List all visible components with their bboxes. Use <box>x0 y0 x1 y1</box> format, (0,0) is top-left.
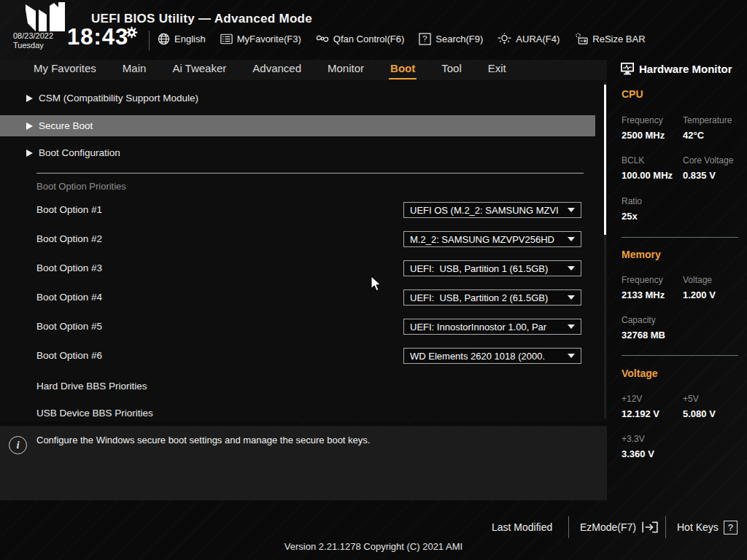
fan-icon <box>316 33 329 44</box>
boot-option-3-row: Boot Option #3 UEFI: USB, Partition 1 (6… <box>0 260 595 276</box>
menu-item-boot-configuration[interactable]: Boot Configuration <box>0 143 595 163</box>
qfan-label: Qfan Control(F6) <box>333 34 405 44</box>
boot-option-6-label: Boot Option #6 <box>36 348 102 364</box>
boot-option-1-value: UEFI OS (M.2_2: SAMSUNG MZVI <box>404 205 568 216</box>
boot-option-5-row: Boot Option #5 UEFI: InnostorInnostor 1.… <box>0 319 595 335</box>
boot-option-4-row: Boot Option #4 UEFI: USB, Partition 2 (6… <box>0 289 595 306</box>
chevron-down-icon <box>568 324 575 329</box>
menu-item-label: Boot Configuration <box>39 147 120 158</box>
boot-option-6-row: Boot Option #6 WD Elements 2620 1018 (20… <box>0 348 595 364</box>
date-display: 08/23/2022 Tuesday <box>13 31 53 50</box>
myfavorite-button[interactable]: MyFavorite(F3) <box>220 34 301 44</box>
chevron-down-icon <box>568 208 575 212</box>
menu-item-secure-boot[interactable]: Secure Boot <box>0 115 595 136</box>
menu-item-csm[interactable]: CSM (Compatibility Support Module) <box>0 88 595 108</box>
header: UEFI BIOS Utility — Advanced Mode 08/23/… <box>0 0 747 57</box>
voltage-12v: +12V 12.192 V <box>622 394 684 419</box>
chevron-down-icon <box>568 266 575 271</box>
tab-monitor[interactable]: Monitor <box>326 60 365 78</box>
scrollbar-thumb[interactable] <box>604 85 606 235</box>
date-text: 08/23/2022 <box>13 31 53 41</box>
boot-option-1-select[interactable]: UEFI OS (M.2_2: SAMSUNG MZVI <box>403 202 581 218</box>
menu-item-label: Secure Boot <box>39 120 93 131</box>
cpu-temperature: Temperature 42°C <box>683 115 746 141</box>
resize-bar-icon <box>574 32 588 45</box>
tab-tool[interactable]: Tool <box>440 60 463 78</box>
main-menu-bar: My Favorites Main Ai Tweaker Advanced Mo… <box>0 60 607 80</box>
resize-bar-label: ReSize BAR <box>592 34 645 44</box>
help-info-panel: i Configure the Windows secure boot sett… <box>0 426 607 500</box>
myfavorite-icon <box>220 34 233 44</box>
voltage-3v3: +3.3V 3.360 V <box>622 434 684 459</box>
hardware-monitor-header: Hardware Monitor <box>620 62 732 75</box>
language-button[interactable]: English <box>158 33 206 45</box>
last-modified-label: Last Modified <box>492 521 552 533</box>
language-label: English <box>174 34 206 44</box>
submenu-arrow-icon <box>26 122 33 130</box>
menu-item-label: CSM (Compatibility Support Module) <box>39 93 198 104</box>
ezmode-label: EzMode(F7) <box>580 521 636 533</box>
day-text: Tuesday <box>13 41 53 50</box>
tab-my-favorites[interactable]: My Favorites <box>32 60 98 78</box>
bios-screen: UEFI BIOS Utility — Advanced Mode 08/23/… <box>0 0 747 560</box>
resize-bar-button[interactable]: ReSize BAR <box>574 32 645 45</box>
last-modified-button[interactable]: Last Modified <box>492 519 552 535</box>
boot-option-5-select[interactable]: UEFI: InnostorInnostor 1.00, Par <box>403 319 581 335</box>
hard-drive-bbs-priorities-item[interactable]: Hard Drive BBS Priorities <box>36 379 328 394</box>
footer-divider <box>665 516 666 538</box>
tab-exit[interactable]: Exit <box>487 60 508 78</box>
voltage-5v: +5V 5.080 V <box>683 394 746 419</box>
hot-keys-label: Hot Keys <box>677 521 719 533</box>
search-button[interactable]: ? Search(F9) <box>419 33 483 45</box>
usb-device-bbs-priorities-item[interactable]: USB Device BBS Priorities <box>36 406 328 421</box>
ezmode-button[interactable]: EzMode(F7) <box>580 519 659 535</box>
scrollbar-track[interactable] <box>604 82 606 419</box>
memory-section-heading: Memory <box>622 249 661 260</box>
monitor-icon <box>620 62 635 75</box>
memory-frequency: Frequency 2133 MHz <box>622 275 684 300</box>
boot-option-5-value: UEFI: InnostorInnostor 1.00, Par <box>404 322 568 332</box>
submenu-arrow-icon <box>26 149 33 157</box>
footer-divider <box>568 516 569 538</box>
sidebar-divider <box>622 237 738 238</box>
qfan-control-button[interactable]: Qfan Control(F6) <box>316 33 405 44</box>
header-toolbar: English MyFavorite(F3) <box>158 32 646 45</box>
clock-settings-gear-icon[interactable] <box>125 26 138 39</box>
boot-option-5-label: Boot Option #5 <box>36 319 102 335</box>
myfavorite-label: MyFavorite(F3) <box>237 34 301 44</box>
boot-option-6-select[interactable]: WD Elements 2620 1018 (2000. <box>403 348 581 364</box>
boot-settings-panel: CSM (Compatibility Support Module) Secur… <box>0 80 607 421</box>
aura-label: AURA(F4) <box>516 34 560 44</box>
hardware-monitor-title: Hardware Monitor <box>639 63 732 75</box>
search-label: Search(F9) <box>436 34 483 44</box>
aura-lamp-icon <box>498 33 511 45</box>
boot-option-3-select[interactable]: UEFI: USB, Partition 1 (61.5GB) <box>403 260 581 276</box>
question-box-icon: ? <box>724 521 738 534</box>
memory-capacity: Capacity 32768 MB <box>622 315 684 341</box>
tab-advanced[interactable]: Advanced <box>251 60 303 78</box>
boot-option-4-label: Boot Option #4 <box>36 289 102 306</box>
boot-option-1-row: Boot Option #1 UEFI OS (M.2_2: SAMSUNG M… <box>0 202 595 218</box>
boot-option-4-select[interactable]: UEFI: USB, Partition 2 (61.5GB) <box>403 289 581 306</box>
voltage-section-heading: Voltage <box>622 368 658 379</box>
submenu-arrow-icon <box>26 95 33 102</box>
tab-ai-tweaker[interactable]: Ai Tweaker <box>171 60 228 78</box>
boot-option-priorities-title: Boot Option Priorities <box>36 181 126 192</box>
tuf-logo <box>24 2 66 31</box>
time-display: 18:43 <box>67 24 128 50</box>
help-text: Configure the Windows secure boot settin… <box>36 435 370 446</box>
boot-option-2-select[interactable]: M.2_2: SAMSUNG MZVPV256HD <box>403 231 581 247</box>
boot-option-3-label: Boot Option #3 <box>36 260 102 276</box>
hot-keys-button[interactable]: Hot Keys ? <box>677 519 738 535</box>
aura-button[interactable]: AURA(F4) <box>498 33 560 45</box>
tab-main[interactable]: Main <box>121 60 148 78</box>
cpu-core-voltage: Core Voltage 0.835 V <box>683 155 746 181</box>
hardware-monitor-panel: Hardware Monitor CPU Frequency 2500 MHz … <box>613 58 747 560</box>
boot-option-4-value: UEFI: USB, Partition 2 (61.5GB) <box>404 292 568 303</box>
tab-boot[interactable]: Boot <box>389 60 417 79</box>
section-divider <box>36 173 584 174</box>
chevron-down-icon <box>568 354 575 358</box>
cpu-ratio: Ratio 25x <box>622 196 684 222</box>
info-icon: i <box>9 436 27 454</box>
boot-option-2-row: Boot Option #2 M.2_2: SAMSUNG MZVPV256HD <box>0 231 595 247</box>
